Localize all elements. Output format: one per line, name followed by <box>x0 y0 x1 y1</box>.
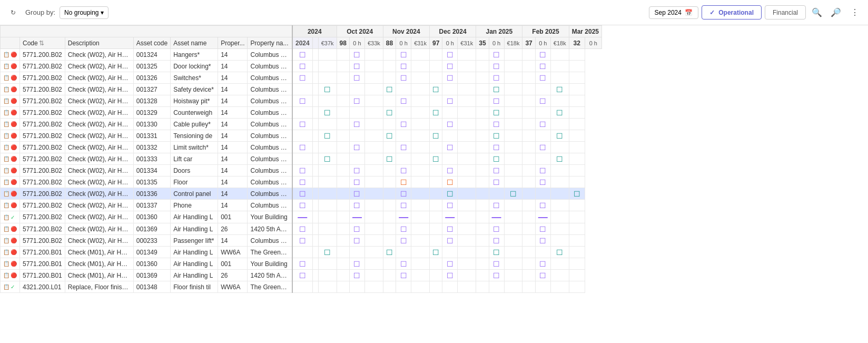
schedule-cell[interactable]: ☐ <box>292 72 312 84</box>
schedule-cell[interactable] <box>396 281 411 293</box>
table-row[interactable]: 📋🔴5771.200.B02Check (W02), Air Handli001… <box>1 107 602 119</box>
schedule-cell[interactable] <box>550 119 569 130</box>
schedule-cell[interactable] <box>458 235 476 247</box>
schedule-cell[interactable]: — <box>535 211 550 223</box>
schedule-cell[interactable] <box>383 270 396 281</box>
schedule-cell[interactable]: ☐ <box>349 235 364 247</box>
schedule-cell[interactable] <box>312 49 318 61</box>
schedule-cell[interactable] <box>458 270 476 281</box>
schedule-cell[interactable] <box>318 72 337 84</box>
schedule-cell[interactable] <box>504 142 522 153</box>
schedule-cell[interactable]: ☐ <box>442 200 458 211</box>
schedule-cell[interactable]: ☐ <box>535 95 550 107</box>
schedule-cell[interactable]: ☐ <box>292 235 312 247</box>
schedule-cell[interactable] <box>411 142 430 153</box>
table-row[interactable]: 📋🔴5771.200.B02Check (W02), Air Handli001… <box>1 177 602 188</box>
schedule-cell[interactable] <box>411 119 430 130</box>
schedule-cell[interactable] <box>458 142 476 153</box>
schedule-cell[interactable] <box>429 270 442 281</box>
schedule-cell[interactable] <box>535 84 550 95</box>
schedule-cell[interactable]: ☐ <box>292 165 312 177</box>
schedule-cell[interactable] <box>312 223 318 235</box>
schedule-cell[interactable] <box>504 49 522 61</box>
schedule-cell[interactable]: ☐ <box>292 270 312 281</box>
schedule-cell[interactable] <box>383 142 396 153</box>
schedule-cell[interactable] <box>349 84 364 95</box>
schedule-cell[interactable] <box>292 84 312 95</box>
schedule-cell[interactable] <box>337 61 349 72</box>
schedule-cell[interactable]: ☐ <box>442 119 458 130</box>
schedule-cell[interactable] <box>318 177 337 188</box>
schedule-cell[interactable] <box>504 270 522 281</box>
table-row[interactable]: 📋🔴5771.200.B02Check (W02), Air Handli001… <box>1 49 602 61</box>
schedule-cell[interactable] <box>318 119 337 130</box>
schedule-cell[interactable] <box>318 61 337 72</box>
schedule-cell[interactable] <box>364 95 383 107</box>
schedule-cell[interactable] <box>364 61 383 72</box>
schedule-cell[interactable] <box>411 130 430 142</box>
schedule-cell[interactable] <box>476 258 489 270</box>
schedule-cell[interactable] <box>364 200 383 211</box>
table-row[interactable]: 📋🔴5771.200.B01Check (M01), Air Handli001… <box>1 270 602 281</box>
schedule-cell[interactable] <box>318 258 337 270</box>
schedule-cell[interactable]: ☐ <box>442 270 458 281</box>
schedule-cell[interactable]: ☐ <box>396 270 411 281</box>
schedule-cell[interactable] <box>550 270 569 281</box>
schedule-cell[interactable]: ☐ <box>349 95 364 107</box>
schedule-cell[interactable] <box>442 84 458 95</box>
schedule-cell[interactable] <box>569 84 585 95</box>
schedule-cell[interactable] <box>312 188 318 200</box>
schedule-cell[interactable]: ☐ <box>429 84 442 95</box>
schedule-cell[interactable] <box>504 95 522 107</box>
schedule-cell[interactable] <box>364 258 383 270</box>
schedule-cell[interactable] <box>489 281 504 293</box>
schedule-cell[interactable] <box>504 235 522 247</box>
schedule-cell[interactable] <box>364 270 383 281</box>
schedule-cell[interactable] <box>337 200 349 211</box>
schedule-cell[interactable] <box>476 200 489 211</box>
schedule-cell[interactable] <box>337 258 349 270</box>
schedule-cell[interactable] <box>442 247 458 258</box>
schedule-cell[interactable]: ☐ <box>396 200 411 211</box>
schedule-cell[interactable] <box>312 165 318 177</box>
schedule-cell[interactable] <box>569 49 585 61</box>
schedule-cell[interactable]: ☐ <box>489 235 504 247</box>
refresh-button[interactable]: ↻ <box>5 5 21 21</box>
schedule-cell[interactable] <box>318 188 337 200</box>
table-row[interactable]: 📋🔴5771.200.B02Check (W02), Air Handli001… <box>1 72 602 84</box>
schedule-cell[interactable]: ☐ <box>489 72 504 84</box>
schedule-cell[interactable] <box>522 130 535 142</box>
schedule-cell[interactable] <box>458 165 476 177</box>
schedule-cell[interactable] <box>337 84 349 95</box>
schedule-cell[interactable] <box>383 200 396 211</box>
schedule-cell[interactable] <box>476 247 489 258</box>
schedule-cell[interactable] <box>522 61 535 72</box>
schedule-cell[interactable]: ☐ <box>489 258 504 270</box>
group-by-select[interactable]: No grouping ▾ <box>60 6 108 19</box>
schedule-cell[interactable] <box>429 95 442 107</box>
table-row[interactable]: 📋🔴5771.200.B02Check (W02), Air Handli001… <box>1 61 602 72</box>
schedule-cell[interactable] <box>458 258 476 270</box>
schedule-cell[interactable] <box>569 281 585 293</box>
schedule-cell[interactable]: ☐ <box>396 95 411 107</box>
schedule-cell[interactable] <box>396 130 411 142</box>
schedule-cell[interactable] <box>458 200 476 211</box>
schedule-cell[interactable]: ☐ <box>442 49 458 61</box>
schedule-cell[interactable]: ☐ <box>292 119 312 130</box>
table-row[interactable]: 📋🔴5771.200.B02Check (W02), Air Handli001… <box>1 165 602 177</box>
schedule-cell[interactable] <box>349 153 364 165</box>
schedule-cell[interactable] <box>476 153 489 165</box>
schedule-cell[interactable] <box>396 153 411 165</box>
schedule-cell[interactable]: ☐ <box>396 177 411 188</box>
schedule-cell[interactable] <box>550 61 569 72</box>
schedule-cell[interactable]: ☐ <box>535 258 550 270</box>
schedule-cell[interactable] <box>383 211 396 223</box>
schedule-cell[interactable] <box>312 119 318 130</box>
schedule-cell[interactable]: ☐ <box>442 188 458 200</box>
schedule-cell[interactable] <box>337 165 349 177</box>
schedule-cell[interactable] <box>318 165 337 177</box>
schedule-cell[interactable]: ☐ <box>535 61 550 72</box>
schedule-cell[interactable] <box>458 247 476 258</box>
schedule-cell[interactable] <box>458 188 476 200</box>
schedule-cell[interactable] <box>476 165 489 177</box>
